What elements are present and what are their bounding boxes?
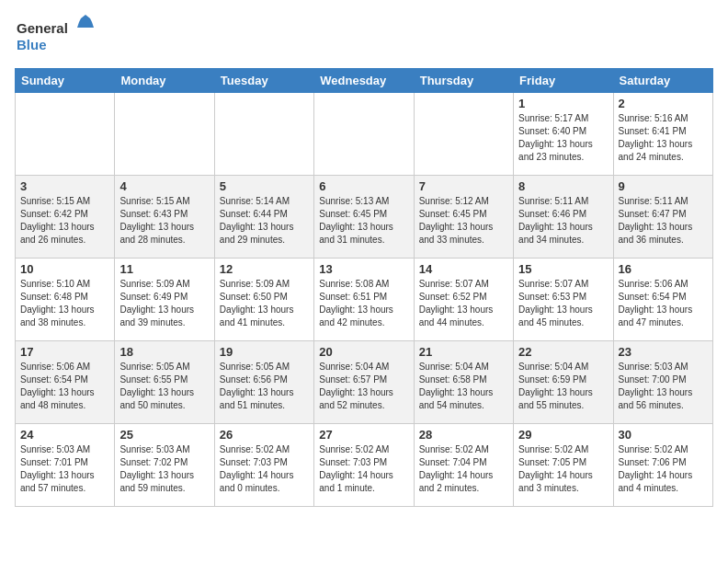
day-info: Sunrise: 5:03 AM Sunset: 7:01 PM Dayligh… [20, 443, 109, 495]
day-number: 28 [419, 428, 508, 442]
day-number: 3 [20, 179, 109, 193]
day-header-wednesday: Wednesday [314, 69, 414, 93]
day-number: 23 [619, 345, 708, 359]
day-info: Sunrise: 5:14 AM Sunset: 6:44 PM Dayligh… [220, 195, 309, 247]
day-info: Sunrise: 5:06 AM Sunset: 6:54 PM Dayligh… [20, 361, 109, 412]
day-info: Sunrise: 5:10 AM Sunset: 6:48 PM Dayligh… [20, 278, 109, 329]
calendar-cell [16, 93, 115, 176]
calendar-cell: 26Sunrise: 5:02 AM Sunset: 7:03 PM Dayli… [214, 424, 313, 507]
calendar-cell: 8Sunrise: 5:11 AM Sunset: 6:46 PM Daylig… [514, 176, 613, 259]
calendar-cell: 24Sunrise: 5:03 AM Sunset: 7:01 PM Dayli… [16, 424, 115, 507]
day-number: 17 [20, 345, 109, 359]
calendar-cell: 20Sunrise: 5:04 AM Sunset: 6:57 PM Dayli… [314, 341, 414, 424]
day-info: Sunrise: 5:16 AM Sunset: 6:41 PM Dayligh… [619, 112, 708, 164]
day-number: 27 [319, 428, 408, 442]
calendar-week-row: 3Sunrise: 5:15 AM Sunset: 6:42 PM Daylig… [16, 176, 713, 259]
calendar-cell: 21Sunrise: 5:04 AM Sunset: 6:58 PM Dayli… [414, 341, 513, 424]
calendar-header-row: SundayMondayTuesdayWednesdayThursdayFrid… [16, 69, 713, 93]
calendar-cell: 22Sunrise: 5:04 AM Sunset: 6:59 PM Dayli… [514, 341, 613, 424]
day-number: 6 [319, 179, 408, 193]
calendar-cell: 15Sunrise: 5:07 AM Sunset: 6:53 PM Dayli… [514, 259, 613, 341]
calendar-cell: 12Sunrise: 5:09 AM Sunset: 6:50 PM Dayli… [214, 259, 313, 341]
calendar-cell: 19Sunrise: 5:05 AM Sunset: 6:56 PM Dayli… [214, 341, 313, 424]
calendar-cell: 10Sunrise: 5:10 AM Sunset: 6:48 PM Dayli… [16, 259, 115, 341]
day-info: Sunrise: 5:15 AM Sunset: 6:42 PM Dayligh… [20, 195, 109, 247]
day-number: 20 [319, 345, 408, 359]
day-info: Sunrise: 5:11 AM Sunset: 6:46 PM Dayligh… [518, 195, 608, 247]
day-number: 19 [220, 345, 309, 359]
day-info: Sunrise: 5:15 AM Sunset: 6:43 PM Dayligh… [119, 195, 209, 247]
day-header-monday: Monday [115, 69, 214, 93]
day-number: 29 [518, 428, 608, 442]
calendar-cell: 29Sunrise: 5:02 AM Sunset: 7:05 PM Dayli… [514, 424, 613, 507]
day-number: 13 [319, 262, 408, 276]
svg-text:General: General [17, 20, 68, 36]
day-info: Sunrise: 5:09 AM Sunset: 6:50 PM Dayligh… [220, 278, 309, 329]
calendar-cell: 25Sunrise: 5:03 AM Sunset: 7:02 PM Dayli… [115, 424, 214, 507]
day-info: Sunrise: 5:06 AM Sunset: 6:54 PM Dayligh… [619, 278, 708, 329]
logo: General Blue [15, 15, 97, 61]
day-number: 1 [518, 97, 608, 110]
day-info: Sunrise: 5:12 AM Sunset: 6:45 PM Dayligh… [419, 195, 508, 247]
calendar-cell: 4Sunrise: 5:15 AM Sunset: 6:43 PM Daylig… [115, 176, 214, 259]
day-info: Sunrise: 5:07 AM Sunset: 6:52 PM Dayligh… [419, 278, 508, 329]
day-info: Sunrise: 5:17 AM Sunset: 6:40 PM Dayligh… [518, 112, 608, 164]
calendar-week-row: 1Sunrise: 5:17 AM Sunset: 6:40 PM Daylig… [16, 93, 713, 176]
day-header-saturday: Saturday [613, 69, 712, 93]
day-number: 11 [119, 262, 209, 276]
svg-marker-3 [79, 18, 92, 22]
day-number: 10 [20, 262, 109, 276]
day-info: Sunrise: 5:02 AM Sunset: 7:03 PM Dayligh… [220, 443, 309, 495]
calendar-cell: 17Sunrise: 5:06 AM Sunset: 6:54 PM Dayli… [16, 341, 115, 424]
calendar-cell: 23Sunrise: 5:03 AM Sunset: 7:00 PM Dayli… [613, 341, 712, 424]
calendar-cell: 9Sunrise: 5:11 AM Sunset: 6:47 PM Daylig… [613, 176, 712, 259]
day-info: Sunrise: 5:02 AM Sunset: 7:05 PM Dayligh… [518, 443, 608, 495]
calendar-cell [414, 93, 513, 176]
calendar-cell: 13Sunrise: 5:08 AM Sunset: 6:51 PM Dayli… [314, 259, 414, 341]
calendar-cell: 11Sunrise: 5:09 AM Sunset: 6:49 PM Dayli… [115, 259, 214, 341]
day-info: Sunrise: 5:09 AM Sunset: 6:49 PM Dayligh… [119, 278, 209, 329]
day-info: Sunrise: 5:07 AM Sunset: 6:53 PM Dayligh… [518, 278, 608, 329]
calendar-cell [314, 93, 414, 176]
day-info: Sunrise: 5:04 AM Sunset: 6:58 PM Dayligh… [419, 361, 508, 412]
day-info: Sunrise: 5:03 AM Sunset: 7:02 PM Dayligh… [119, 443, 209, 495]
day-number: 25 [119, 428, 209, 442]
day-header-thursday: Thursday [414, 69, 513, 93]
day-number: 26 [220, 428, 309, 442]
svg-marker-2 [81, 15, 90, 18]
calendar-week-row: 10Sunrise: 5:10 AM Sunset: 6:48 PM Dayli… [16, 259, 713, 341]
day-info: Sunrise: 5:02 AM Sunset: 7:06 PM Dayligh… [619, 443, 708, 495]
calendar-cell: 27Sunrise: 5:02 AM Sunset: 7:03 PM Dayli… [314, 424, 414, 507]
day-number: 7 [419, 179, 508, 193]
day-number: 24 [20, 428, 109, 442]
day-number: 9 [619, 179, 708, 193]
day-info: Sunrise: 5:13 AM Sunset: 6:45 PM Dayligh… [319, 195, 408, 247]
day-info: Sunrise: 5:02 AM Sunset: 7:03 PM Dayligh… [319, 443, 408, 495]
calendar-cell: 2Sunrise: 5:16 AM Sunset: 6:41 PM Daylig… [613, 93, 712, 176]
day-number: 8 [518, 179, 608, 193]
day-info: Sunrise: 5:11 AM Sunset: 6:47 PM Dayligh… [619, 195, 708, 247]
day-number: 4 [119, 179, 209, 193]
day-info: Sunrise: 5:02 AM Sunset: 7:04 PM Dayligh… [419, 443, 508, 495]
day-number: 5 [220, 179, 309, 193]
svg-text:Blue: Blue [17, 37, 47, 52]
day-header-friday: Friday [514, 69, 613, 93]
calendar-cell: 1Sunrise: 5:17 AM Sunset: 6:40 PM Daylig… [514, 93, 613, 176]
day-number: 2 [619, 97, 708, 110]
calendar-cell: 3Sunrise: 5:15 AM Sunset: 6:42 PM Daylig… [16, 176, 115, 259]
calendar-cell: 16Sunrise: 5:06 AM Sunset: 6:54 PM Dayli… [613, 259, 712, 341]
calendar-cell: 7Sunrise: 5:12 AM Sunset: 6:45 PM Daylig… [414, 176, 513, 259]
day-number: 22 [518, 345, 608, 359]
day-number: 16 [619, 262, 708, 276]
header: General Blue [15, 15, 713, 61]
svg-marker-4 [77, 22, 94, 28]
day-number: 21 [419, 345, 508, 359]
calendar-cell: 14Sunrise: 5:07 AM Sunset: 6:52 PM Dayli… [414, 259, 513, 341]
day-header-tuesday: Tuesday [214, 69, 313, 93]
day-number: 30 [619, 428, 708, 442]
calendar-cell: 28Sunrise: 5:02 AM Sunset: 7:04 PM Dayli… [414, 424, 513, 507]
day-number: 15 [518, 262, 608, 276]
day-info: Sunrise: 5:03 AM Sunset: 7:00 PM Dayligh… [619, 361, 708, 412]
calendar-cell: 30Sunrise: 5:02 AM Sunset: 7:06 PM Dayli… [613, 424, 712, 507]
logo-svg: General Blue [15, 15, 97, 61]
